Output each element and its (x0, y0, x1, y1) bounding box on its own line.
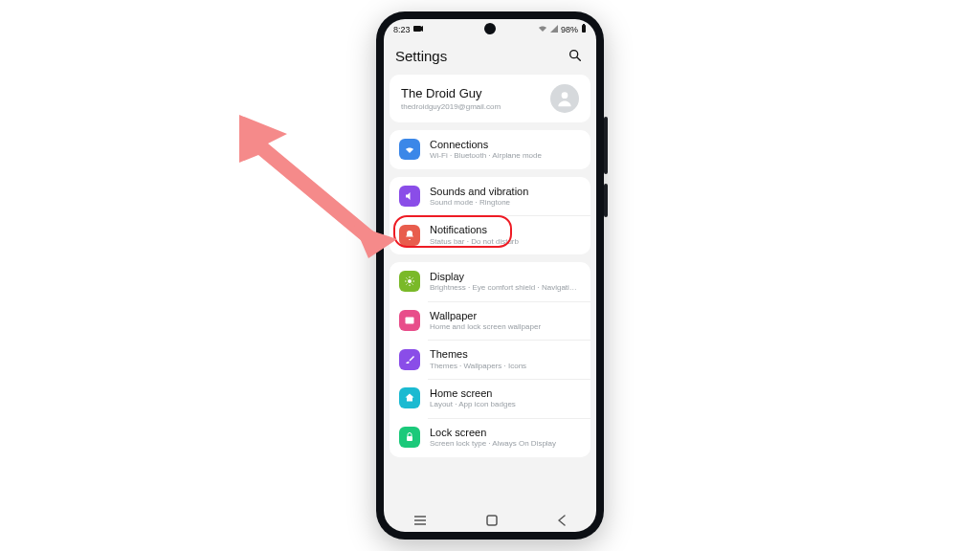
row-sublabel: Home and lock screen wallpaper (430, 322, 541, 332)
sound-icon (399, 186, 420, 207)
bell-icon (399, 225, 420, 246)
settings-group: Sounds and vibration Sound mode · Ringto… (390, 177, 590, 254)
svg-line-17 (407, 284, 408, 285)
settings-row-wallpaper[interactable]: Wallpaper Home and lock screen wallpaper (390, 301, 590, 341)
row-label: Lock screen (430, 426, 556, 439)
settings-row-home[interactable]: Home screen Layout · App icon badges (390, 379, 590, 418)
account-email: thedroidguy2019@gmail.com (401, 102, 501, 111)
row-label: Sounds and vibration (430, 185, 528, 198)
svg-rect-24 (487, 516, 497, 525)
camera-punch-hole (484, 23, 496, 34)
row-sublabel: Status bar · Do not disturb (430, 237, 519, 247)
nav-recents-button[interactable] (413, 515, 427, 529)
row-sublabel: Themes · Wallpapers · Icons (430, 362, 526, 371)
person-icon (555, 89, 574, 108)
settings-row-sounds[interactable]: Sounds and vibration Sound mode · Ringto… (390, 177, 590, 216)
search-button[interactable] (566, 46, 585, 65)
settings-row-display[interactable]: Display Brightness · Eye comfort shield … (390, 262, 590, 301)
image-icon (399, 310, 420, 331)
svg-marker-3 (421, 26, 423, 32)
phone-screen: 8:23 98% (384, 19, 596, 532)
row-label: Themes (430, 347, 526, 361)
svg-rect-2 (413, 26, 421, 32)
svg-line-15 (407, 278, 408, 279)
search-icon (568, 48, 583, 63)
status-time: 8:23 (393, 25, 411, 34)
sun-icon (399, 271, 420, 292)
svg-rect-20 (407, 436, 412, 441)
row-sublabel: Screen lock type · Always On Display (430, 439, 556, 449)
svg-point-10 (408, 279, 412, 283)
row-label: Wallpaper (430, 309, 541, 322)
signal-status-icon (550, 25, 558, 34)
svg-rect-6 (583, 24, 585, 25)
home-icon (399, 387, 420, 408)
row-sublabel: Wi-Fi · Bluetooth · Airplane mode (430, 151, 542, 161)
nav-home-button[interactable] (486, 515, 498, 529)
svg-rect-19 (406, 318, 414, 324)
svg-marker-4 (550, 25, 558, 33)
phone-frame: 8:23 98% (376, 11, 604, 540)
row-label: Connections (430, 138, 542, 151)
row-label: Notifications (430, 223, 519, 236)
svg-rect-5 (582, 25, 586, 33)
page-title: Settings (395, 48, 447, 64)
row-label: Display (430, 270, 581, 283)
row-sublabel: Sound mode · Ringtone (430, 198, 528, 208)
svg-point-7 (570, 51, 578, 58)
camera-notch-icon (413, 25, 423, 34)
lock-icon (399, 427, 420, 448)
settings-group: Display Brightness · Eye comfort shield … (390, 262, 590, 456)
settings-row-connections[interactable]: Connections Wi-Fi · Bluetooth · Airplane… (390, 130, 590, 169)
svg-marker-1 (354, 225, 397, 258)
settings-header: Settings (384, 40, 596, 75)
android-nav-bar (384, 511, 596, 532)
wifi-icon (399, 139, 420, 160)
settings-group: Connections Wi-Fi · Bluetooth · Airplane… (390, 130, 590, 169)
row-label: Home screen (430, 386, 516, 400)
pointer-arrow-icon (239, 115, 402, 258)
account-card[interactable]: The Droid Guy thedroidguy2019@gmail.com (390, 75, 590, 122)
settings-row-lock[interactable]: Lock screen Screen lock type · Always On… (390, 418, 590, 457)
settings-row-notifications[interactable]: Notifications Status bar · Do not distur… (390, 215, 590, 254)
wifi-status-icon (538, 25, 547, 34)
battery-status-icon (581, 24, 587, 35)
settings-row-themes[interactable]: Themes Themes · Wallpapers · Icons (390, 340, 590, 379)
row-sublabel: Layout · App icon badges (430, 400, 516, 409)
svg-line-18 (412, 278, 413, 279)
avatar (550, 84, 579, 113)
status-battery-pct: 98% (561, 25, 578, 34)
nav-back-button[interactable] (557, 515, 567, 529)
brush-icon (399, 349, 420, 370)
row-sublabel: Brightness · Eye comfort shield · Naviga… (430, 283, 581, 293)
svg-line-16 (412, 284, 413, 285)
svg-line-8 (577, 57, 580, 60)
account-name: The Droid Guy (401, 86, 501, 100)
svg-point-9 (562, 92, 568, 99)
